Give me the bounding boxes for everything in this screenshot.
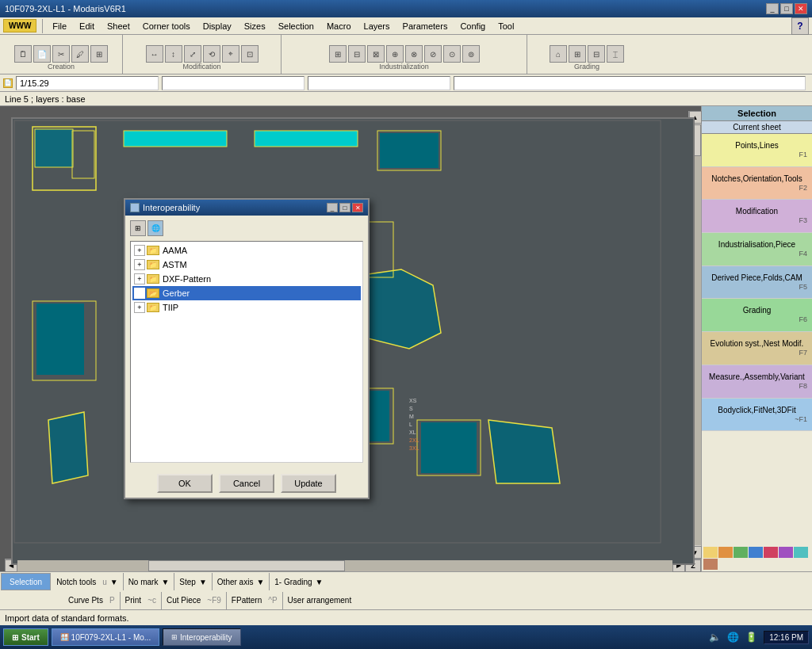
expander-aama[interactable]: + bbox=[134, 245, 145, 256]
dialog-ok-button[interactable]: OK bbox=[157, 474, 213, 493]
tree-item-astm[interactable]: + 📁 ASTM bbox=[132, 258, 361, 272]
panel-btn-f4[interactable]: Industrialisation,Piece F4 bbox=[702, 233, 812, 266]
dialog-cancel-button[interactable]: Cancel bbox=[219, 474, 274, 493]
panel-btn-f2[interactable]: Notches,Orientation,Tools F2 bbox=[702, 167, 812, 200]
panel-btn-f7[interactable]: Evolution syst.,Nest Modif. F7 bbox=[702, 332, 812, 365]
panel-btn-f6[interactable]: Grading F6 bbox=[702, 299, 812, 332]
selection-button[interactable]: Selection bbox=[1, 573, 51, 590]
tree-label-dxf: DXF-Pattern bbox=[163, 274, 211, 284]
svg-text:M: M bbox=[409, 414, 414, 419]
menu-tool[interactable]: Tool bbox=[492, 20, 520, 32]
ind-icon-1[interactable]: ⊞ bbox=[329, 45, 347, 63]
tree-item-dxf[interactable]: + 📁 DXF-Pattern bbox=[132, 272, 361, 286]
dialog-update-button[interactable]: Update bbox=[281, 474, 336, 493]
dialog-tree[interactable]: + 📁 AAMA + 📁 ASTM bbox=[130, 241, 363, 463]
mod-icon-4[interactable]: ⟲ bbox=[203, 45, 220, 63]
expander-astm[interactable]: + bbox=[134, 259, 145, 270]
grad-icon-4[interactable]: ⌶ bbox=[607, 45, 624, 63]
path-input-4[interactable] bbox=[454, 76, 806, 90]
menu-display[interactable]: Display bbox=[197, 20, 238, 32]
menu-sheet[interactable]: Sheet bbox=[101, 20, 136, 32]
menu-file[interactable]: File bbox=[46, 20, 73, 32]
menu-layers[interactable]: Layers bbox=[358, 20, 396, 32]
tool-icon-5[interactable]: ⊞ bbox=[90, 45, 108, 63]
mod-icon-3[interactable]: ⤢ bbox=[184, 45, 201, 63]
creation-label: Creation bbox=[48, 63, 75, 71]
dialog-minimize-button[interactable]: _ bbox=[327, 203, 338, 212]
grad-icon-1[interactable]: ⌂ bbox=[550, 45, 567, 63]
menu-macro[interactable]: Macro bbox=[320, 20, 358, 32]
ind-icon-2[interactable]: ⊟ bbox=[348, 45, 366, 63]
swatch-brown[interactable] bbox=[703, 559, 718, 570]
panel-btn-f5[interactable]: Derived Piece,Folds,CAM F5 bbox=[702, 266, 812, 300]
dialog-maximize-button[interactable]: □ bbox=[339, 203, 350, 212]
expander-gerber[interactable]: + bbox=[134, 288, 145, 299]
menu-corner-tools[interactable]: Corner tools bbox=[136, 20, 197, 32]
tree-item-tiip[interactable]: + 📁 TIIP bbox=[132, 300, 361, 315]
tree-item-gerber[interactable]: + 📂 Gerber bbox=[132, 286, 361, 300]
grad-icon-3[interactable]: ⊟ bbox=[588, 45, 605, 63]
creation-icons: 🗒 📄 ✂ 🖊 ⊞ bbox=[14, 45, 108, 63]
taskbar-window-1[interactable]: 🪟 10F079-2XL-L1 - Mo... bbox=[52, 628, 159, 646]
cad-canvas[interactable]: XS S M L XL 2XL 3XL XS S M L XL 2XL 3XL bbox=[11, 117, 695, 565]
menu-config[interactable]: Config bbox=[454, 20, 492, 32]
panel-btn-f9[interactable]: Bodyclick,FitNet,3DFit ~F1 bbox=[702, 399, 812, 432]
ind-icon-3[interactable]: ⊠ bbox=[367, 45, 385, 63]
minimize-button[interactable]: _ bbox=[766, 3, 779, 14]
ind-icon-7[interactable]: ⊙ bbox=[443, 45, 461, 63]
panel-label-f2: Notches,Orientation,Tools bbox=[705, 174, 809, 184]
ind-icon-5[interactable]: ⊗ bbox=[405, 45, 423, 63]
path-input-3[interactable] bbox=[308, 76, 450, 90]
mod-icon-1[interactable]: ↔ bbox=[146, 45, 163, 63]
menu-edit[interactable]: Edit bbox=[73, 20, 101, 32]
ind-icon-4[interactable]: ⊕ bbox=[386, 45, 404, 63]
mod-icon-5[interactable]: ⌖ bbox=[222, 45, 239, 63]
path-input[interactable] bbox=[16, 76, 159, 90]
taskbar: ⊞ Start 🪟 10F079-2XL-L1 - Mo... ⊞ Intero… bbox=[0, 625, 812, 649]
panel-btn-f3[interactable]: Modification F3 bbox=[702, 200, 812, 233]
interoperability-dialog: Interoperability _ □ ✕ ⊞ 🌐 bbox=[124, 198, 370, 499]
close-button[interactable]: ✕ bbox=[795, 3, 807, 14]
tool-icon-1[interactable]: 🗒 bbox=[14, 45, 32, 63]
www-button[interactable]: WWW bbox=[3, 19, 36, 32]
swatch-blue[interactable] bbox=[749, 547, 763, 558]
start-button[interactable]: ⊞ Start bbox=[3, 628, 48, 646]
expander-dxf[interactable]: + bbox=[134, 273, 145, 284]
horizontal-scrollbar[interactable]: ◀ ▶ Z bbox=[5, 559, 701, 571]
expander-tiip[interactable]: + bbox=[134, 302, 145, 313]
swatch-orange[interactable] bbox=[718, 547, 733, 558]
mod-icon-2[interactable]: ↕ bbox=[165, 45, 182, 63]
h-scroll-thumb[interactable] bbox=[148, 560, 345, 571]
dialog-tool-2[interactable]: 🌐 bbox=[147, 220, 163, 236]
swatch-cyan[interactable] bbox=[794, 547, 808, 558]
ind-icon-8[interactable]: ⊚ bbox=[462, 45, 480, 63]
taskbar-window-2[interactable]: ⊞ Interoperability bbox=[163, 628, 240, 646]
taskbar-tray: 🔈 🌐 🔋 12:16 PM bbox=[709, 631, 809, 644]
mod-icon-6[interactable]: ⊡ bbox=[241, 45, 259, 63]
ind-icon-6[interactable]: ⊘ bbox=[424, 45, 442, 63]
svg-marker-13 bbox=[48, 412, 88, 483]
menu-selection[interactable]: Selection bbox=[272, 20, 320, 32]
maximize-button[interactable]: □ bbox=[780, 3, 793, 14]
menu-parameters[interactable]: Parameters bbox=[396, 20, 454, 32]
tree-item-aama[interactable]: + 📁 AAMA bbox=[132, 243, 361, 258]
tool-icon-4[interactable]: 🖊 bbox=[71, 45, 89, 63]
h-scroll-track[interactable] bbox=[17, 560, 672, 571]
dialog-tool-1[interactable]: ⊞ bbox=[130, 220, 146, 236]
path-input-2[interactable] bbox=[162, 76, 304, 90]
help-button[interactable]: ? bbox=[791, 17, 809, 35]
swatch-yellow[interactable] bbox=[703, 547, 718, 558]
menu-sizes[interactable]: Sizes bbox=[238, 20, 272, 32]
swatch-purple[interactable] bbox=[779, 547, 793, 558]
swatch-green[interactable] bbox=[733, 547, 748, 558]
notch-tools-label: Notch tools bbox=[56, 578, 96, 586]
panel-btn-f8[interactable]: Measure.,Assembly,Variant F8 bbox=[702, 365, 812, 399]
swatch-red[interactable] bbox=[764, 547, 778, 558]
tool-icon-2[interactable]: 📄 bbox=[33, 45, 51, 63]
panel-btn-f1[interactable]: Points,Lines F1 bbox=[702, 134, 812, 167]
grad-icon-2[interactable]: ⊞ bbox=[569, 45, 586, 63]
status-top-text: Line 5 ; layers : base bbox=[5, 94, 86, 104]
pathbar: 📄 bbox=[0, 74, 812, 92]
tool-icon-3[interactable]: ✂ bbox=[52, 45, 70, 63]
dialog-close-button[interactable]: ✕ bbox=[352, 203, 363, 212]
